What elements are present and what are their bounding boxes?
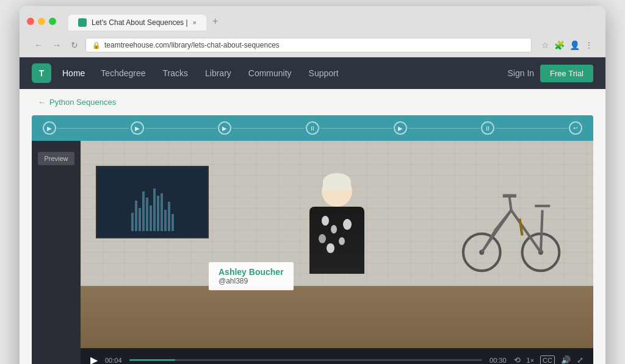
progress-fill bbox=[129, 359, 175, 361]
step-line-5 bbox=[408, 128, 480, 129]
presenter-head bbox=[322, 176, 352, 207]
browser-titlebar: Let's Chat About Sequences | × + ← → ↻ 🔒… bbox=[20, 6, 605, 57]
breadcrumb-arrow-icon: ← bbox=[38, 98, 46, 107]
artwork-inner bbox=[103, 171, 202, 234]
progress-step-4[interactable]: ⏸ bbox=[306, 121, 394, 135]
user-profile-icon[interactable]: 👤 bbox=[569, 40, 580, 50]
more-options-icon[interactable]: ⋮ bbox=[585, 40, 593, 50]
step-line-1 bbox=[57, 128, 129, 129]
video-artwork bbox=[96, 166, 209, 238]
speed-icon[interactable]: 1× bbox=[527, 357, 535, 364]
rewind-icon[interactable]: ⟲ bbox=[514, 355, 521, 364]
step-icon-2: ▶ bbox=[131, 121, 144, 135]
volume-icon[interactable]: 🔊 bbox=[561, 355, 571, 364]
progress-step-5[interactable]: ▶ bbox=[394, 121, 482, 135]
site-nav: T Home Techdegree Tracks Library Communi… bbox=[20, 57, 605, 89]
video-controls: ▶ 00:04 00:30 ⟲ 1× CC 🔊 ⤢ bbox=[81, 348, 593, 364]
step-icon-5: ▶ bbox=[394, 121, 407, 135]
step-icon-7[interactable]: ↩ bbox=[569, 121, 582, 135]
presenter-handle: @ahl389 bbox=[219, 277, 284, 285]
skyline-bar bbox=[153, 188, 156, 231]
back-button[interactable]: ← bbox=[32, 39, 45, 51]
step-icon-4: ⏸ bbox=[306, 121, 319, 135]
free-trial-button[interactable]: Free Trial bbox=[540, 65, 593, 82]
refresh-button[interactable]: ↻ bbox=[68, 39, 81, 51]
site-logo[interactable]: T bbox=[32, 63, 51, 83]
close-window-button[interactable] bbox=[27, 18, 34, 25]
step-icon-1: ▶ bbox=[43, 121, 56, 135]
maximize-window-button[interactable] bbox=[49, 18, 56, 25]
video-main: Ashley Boucher @ahl389 ▶ 00:04 00:30 bbox=[81, 141, 593, 364]
skyline-bar bbox=[142, 191, 145, 231]
page-content: T Home Techdegree Tracks Library Communi… bbox=[20, 57, 605, 364]
video-section: ▶ ▶ ▶ ⏸ ▶ bbox=[20, 115, 605, 364]
video-sidebar: Preview bbox=[32, 141, 81, 364]
address-bar[interactable]: 🔒 teamtreehouse.com/library/lets-chat-ab… bbox=[85, 38, 532, 52]
svg-line-6 bbox=[494, 210, 511, 232]
preview-button[interactable]: Preview bbox=[38, 152, 74, 165]
course-progress-bar: ▶ ▶ ▶ ⏸ ▶ bbox=[32, 115, 593, 141]
progress-bar[interactable] bbox=[129, 359, 483, 361]
svg-line-10 bbox=[541, 210, 543, 252]
skyline-bar bbox=[150, 205, 152, 231]
play-button[interactable]: ▶ bbox=[90, 354, 98, 364]
skyline-bar bbox=[146, 198, 148, 231]
bookmark-icon[interactable]: ☆ bbox=[541, 40, 549, 50]
nav-links: Techdegree Tracks Library Community Supp… bbox=[92, 57, 507, 89]
skyline-bar bbox=[135, 201, 137, 231]
step-icon-6: ⏸ bbox=[481, 121, 494, 135]
url-text: teamtreehouse.com/library/lets-chat-abou… bbox=[104, 41, 280, 49]
skyline-bar bbox=[168, 202, 170, 231]
nav-link-tracks[interactable]: Tracks bbox=[154, 57, 197, 89]
nav-link-techdegree[interactable]: Techdegree bbox=[92, 57, 154, 89]
nav-link-support[interactable]: Support bbox=[300, 57, 347, 89]
bicycle-svg bbox=[439, 151, 583, 286]
tab-favicon-icon bbox=[78, 18, 87, 27]
progress-step-1[interactable]: ▶ bbox=[43, 121, 131, 135]
skyline-bar bbox=[172, 214, 174, 231]
skyline-bar bbox=[139, 208, 141, 231]
tab-bar: Let's Chat About Sequences | × + bbox=[68, 12, 598, 30]
fullscreen-icon[interactable]: ⤢ bbox=[577, 355, 583, 364]
svg-line-5 bbox=[511, 210, 541, 252]
breadcrumb: ← Python Sequences bbox=[20, 89, 605, 115]
sign-in-link[interactable]: Sign In bbox=[508, 68, 535, 78]
breadcrumb-link[interactable]: Python Sequences bbox=[49, 98, 116, 107]
lock-icon: 🔒 bbox=[92, 41, 101, 49]
nav-link-community[interactable]: Community bbox=[240, 57, 300, 89]
skyline-bar bbox=[161, 193, 163, 231]
player-control-icons: ⟲ 1× CC 🔊 ⤢ bbox=[514, 355, 583, 365]
address-bar-row: ← → ↻ 🔒 teamtreehouse.com/library/lets-c… bbox=[27, 35, 598, 57]
presenter-body bbox=[309, 207, 364, 274]
traffic-lights bbox=[27, 18, 56, 25]
tab-close-button[interactable]: × bbox=[193, 19, 197, 26]
step-line-6 bbox=[496, 128, 568, 129]
bicycle-decoration bbox=[439, 151, 583, 286]
step-line-2 bbox=[145, 128, 217, 129]
minimize-window-button[interactable] bbox=[38, 18, 45, 25]
video-floor bbox=[81, 286, 593, 348]
skyline-bar bbox=[131, 213, 134, 231]
forward-button[interactable]: → bbox=[50, 39, 63, 51]
step-icon-3: ▶ bbox=[218, 121, 231, 135]
skyline-bar bbox=[157, 196, 159, 231]
progress-step-2[interactable]: ▶ bbox=[131, 121, 219, 135]
nav-right: Sign In Free Trial bbox=[508, 65, 594, 82]
active-tab[interactable]: Let's Chat About Sequences | × bbox=[68, 15, 206, 30]
svg-line-8 bbox=[510, 198, 511, 210]
svg-line-12 bbox=[519, 219, 522, 236]
extensions-icon[interactable]: 🧩 bbox=[554, 40, 565, 50]
progress-step-6[interactable]: ⏸ bbox=[481, 121, 569, 135]
progress-step-3[interactable]: ▶ bbox=[218, 121, 306, 135]
skyline-bar bbox=[164, 210, 167, 231]
nav-link-library[interactable]: Library bbox=[197, 57, 240, 89]
step-line-3 bbox=[233, 128, 305, 129]
browser-actions: ☆ 🧩 👤 ⋮ bbox=[541, 40, 593, 50]
video-inner: Preview bbox=[32, 141, 593, 364]
total-time: 00:30 bbox=[490, 357, 507, 364]
nav-home-link[interactable]: Home bbox=[55, 57, 92, 89]
new-tab-button[interactable]: + bbox=[206, 12, 224, 30]
captions-icon[interactable]: CC bbox=[540, 355, 555, 365]
video-player: Preview bbox=[32, 141, 593, 364]
presenter-hair bbox=[323, 173, 351, 190]
